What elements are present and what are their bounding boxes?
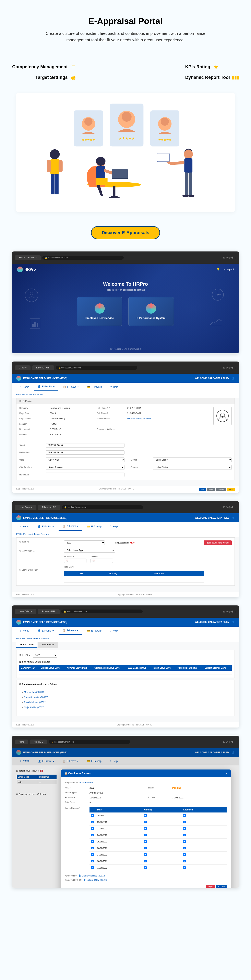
nav-home[interactable]: ⌂ Home xyxy=(16,523,33,530)
tab-other-leaves[interactable]: Other Leaves xyxy=(38,642,58,648)
nav-help[interactable]: ? Help xyxy=(106,627,121,635)
url-bar[interactable]: 🔒 ess.tlssoftwarevn.com xyxy=(42,256,124,259)
cancel-button[interactable]: Cancel xyxy=(216,488,226,491)
nav-home[interactable]: ⌂ Home xyxy=(16,383,33,391)
nav-eprofile[interactable]: 👤 E-Profile ▾ xyxy=(35,757,58,765)
nav-eprofile[interactable]: 👤 E-Profile ▾ xyxy=(34,627,57,635)
morning-checkbox[interactable] xyxy=(144,821,147,823)
approver-link[interactable]: Caldarera Riley (00014) xyxy=(82,875,106,877)
requester-link[interactable]: Bruzon Mario xyxy=(79,781,93,784)
input-street[interactable] xyxy=(46,443,125,447)
row-checkbox[interactable] xyxy=(91,853,94,856)
row-checkbox[interactable] xyxy=(91,866,94,869)
row-checkbox[interactable] xyxy=(91,821,94,823)
back-button[interactable]: Back xyxy=(227,488,235,491)
nav-eleave[interactable]: 📋 E-Leave ▾ xyxy=(58,522,82,531)
back-history-button[interactable]: Back Your Leave History xyxy=(204,541,232,545)
morning-checkbox[interactable] xyxy=(144,834,147,836)
user-icon[interactable]: 👤 xyxy=(232,517,235,519)
save-button[interactable]: Save xyxy=(207,488,215,491)
browser-tab[interactable]: Home xyxy=(15,740,28,744)
reject-button[interactable]: Reject xyxy=(206,885,215,888)
nav-home[interactable]: ⌂ Home xyxy=(16,627,33,635)
afternoon-checkbox[interactable] xyxy=(183,866,186,869)
nav-eprofile[interactable]: 👤 E-Profile ▾ xyxy=(34,523,57,530)
browser-tab[interactable]: Leave Balance xyxy=(15,609,36,614)
url-bar[interactable]: 🔒 ess.tlssoftwarevn.com xyxy=(49,740,130,744)
bulb-icon[interactable]: 💡 xyxy=(216,268,220,271)
select-year[interactable]: 2022 xyxy=(33,653,57,658)
input-homeexp[interactable] xyxy=(46,473,125,477)
browser-tab[interactable]: HRPRO E xyxy=(30,740,47,744)
select-country[interactable]: United States xyxy=(153,465,232,470)
nav-epayslip[interactable]: 💳 E-Payslip xyxy=(83,627,105,635)
list-item[interactable]: Nicje Alishia (00037) xyxy=(22,705,229,710)
browser-tab[interactable]: E-Profile xyxy=(15,365,30,370)
list-item[interactable]: Poquette Mattie (00028) xyxy=(22,695,229,700)
input-fulladdr[interactable] xyxy=(46,450,125,455)
select-ward[interactable]: Select Ward xyxy=(46,458,125,462)
input-to-date[interactable] xyxy=(90,558,113,563)
url-bar[interactable]: 🔒 ess.tlssoftwarevn.com xyxy=(61,609,142,613)
table-row[interactable]: 0004— xyxy=(17,780,57,784)
logout-link[interactable]: ⎋ Log out xyxy=(224,268,234,271)
select-district[interactable]: Select District xyxy=(153,458,232,462)
nav-home[interactable]: ⌂ Home xyxy=(16,757,33,765)
row-checkbox[interactable] xyxy=(91,840,94,843)
user-icon[interactable]: 👤 xyxy=(232,377,235,379)
morning-checkbox[interactable] xyxy=(144,814,147,817)
nav-eleave[interactable]: 📋 E-Leave ▾ xyxy=(59,383,82,391)
edit-button[interactable]: Edit xyxy=(199,488,206,491)
row-checkbox[interactable] xyxy=(91,860,94,862)
tab-annual-leave[interactable]: Annual Leave xyxy=(16,642,38,648)
collapse-icon[interactable]: ˄ xyxy=(233,385,235,389)
user-icon[interactable]: 👤 xyxy=(232,621,235,623)
app-card-ess[interactable]: Employee Self-Service xyxy=(77,297,122,326)
nav-eleave[interactable]: 📋 E-Leave ▾ xyxy=(58,627,82,635)
afternoon-checkbox[interactable] xyxy=(183,834,186,836)
afternoon-checkbox[interactable] xyxy=(183,840,186,843)
browser-tab[interactable]: E-Profile - HRP xyxy=(32,365,54,370)
list-item[interactable]: Marrier Kris (00011) xyxy=(22,690,229,695)
nav-help[interactable]: ? Help xyxy=(106,757,121,765)
select-leavetype[interactable]: Select Leave Type xyxy=(64,548,115,553)
nav-help[interactable]: ? Help xyxy=(107,383,122,391)
afternoon-checkbox[interactable] xyxy=(183,847,186,850)
user-icon[interactable]: 👤 xyxy=(232,751,235,754)
browser-tab[interactable]: E-Leave - HRP xyxy=(38,505,60,510)
url-bar[interactable]: 🔒 ess.tlssoftwarevn.com xyxy=(62,505,143,509)
morning-checkbox[interactable] xyxy=(144,840,147,843)
afternoon-checkbox[interactable] xyxy=(183,827,186,830)
nav-epayslip[interactable]: 💳 E-Payslip xyxy=(83,523,105,530)
nav-eleave[interactable]: 📋 E-Leave ▾ xyxy=(59,757,82,765)
list-item[interactable]: Ruskin Mitsue (00032) xyxy=(22,700,229,705)
row-checkbox[interactable] xyxy=(91,834,94,836)
nav-eprofile[interactable]: 👤 E-Profile ▾ xyxy=(34,383,58,391)
app-card-eperformance[interactable]: E-Performance System xyxy=(128,297,174,326)
afternoon-checkbox[interactable] xyxy=(183,853,186,856)
nav-help[interactable]: ? Help xyxy=(106,523,121,530)
approve-button[interactable]: Approve xyxy=(216,885,227,888)
morning-checkbox[interactable] xyxy=(144,860,147,862)
select-year[interactable]: 2022 xyxy=(64,541,105,545)
select-city[interactable]: Select Province xyxy=(46,465,125,470)
morning-checkbox[interactable] xyxy=(144,866,147,869)
close-icon[interactable]: × xyxy=(226,772,227,775)
browser-tab[interactable]: HRPro - ESS Portal xyxy=(15,255,41,260)
afternoon-checkbox[interactable] xyxy=(183,821,186,823)
discover-button[interactable]: Discover E-Appraisals xyxy=(91,226,160,239)
approver-hr-link[interactable]: Dilliard Riley (00016) xyxy=(87,879,107,881)
morning-checkbox[interactable] xyxy=(144,853,147,856)
morning-checkbox[interactable] xyxy=(144,847,147,850)
afternoon-checkbox[interactable] xyxy=(183,860,186,862)
nav-epayslip[interactable]: 💳 E-Payslip xyxy=(83,757,105,765)
row-checkbox[interactable] xyxy=(91,847,94,850)
input-from-date[interactable] xyxy=(64,558,87,563)
browser-tab[interactable]: Leave Request xyxy=(15,505,36,510)
afternoon-checkbox[interactable] xyxy=(183,814,186,817)
browser-tab[interactable]: E-Leave - HRP xyxy=(38,609,60,614)
row-checkbox[interactable] xyxy=(91,814,94,817)
nav-epayslip[interactable]: 💳 E-Payslip xyxy=(84,383,106,391)
url-bar[interactable]: 🔒 ess.tlssoftwarevn.com xyxy=(56,366,137,370)
morning-checkbox[interactable] xyxy=(144,827,147,830)
